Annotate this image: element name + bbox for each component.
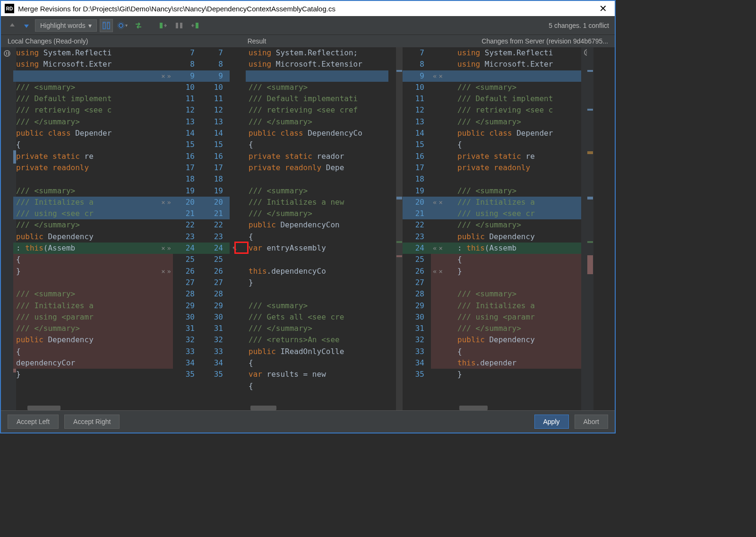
- line-number: 28: [173, 288, 201, 300]
- line-number: 22: [403, 219, 431, 231]
- gutter-row: [431, 219, 455, 231]
- gutter-row: [431, 254, 455, 265]
- code-line: /// using <see cr: [13, 208, 141, 219]
- gutter-row: [431, 288, 455, 300]
- code-line: /// <summary>: [246, 82, 388, 93]
- swap-panes-button[interactable]: [132, 19, 145, 32]
- gutter-row[interactable]: ×»: [141, 70, 173, 82]
- line-number: 23: [403, 231, 431, 243]
- pause-icon[interactable]: [4, 50, 10, 57]
- apply-nonconflict-right-button[interactable]: [189, 19, 202, 32]
- apply-right-icon: »: [167, 197, 171, 208]
- gutter-row: [431, 300, 455, 312]
- mid-gutter-row: [230, 185, 246, 197]
- discard-icon: ×: [161, 197, 165, 208]
- svg-rect-5: [176, 23, 178, 28]
- gutter-row: [431, 151, 455, 162]
- apply-nonconflict-left-button[interactable]: [156, 19, 170, 32]
- scrollbar-horizontal[interactable]: [250, 406, 276, 410]
- gutter-row: [141, 173, 173, 185]
- apply-nonconflict-both-button[interactable]: [172, 19, 186, 32]
- code-line: private readonly: [13, 162, 141, 173]
- line-number: 15: [173, 139, 201, 150]
- code-line: var entryAssembly: [246, 243, 388, 254]
- highlight-mode-dropdown[interactable]: Highlight words ▾: [35, 19, 97, 32]
- magic-resolve-icon[interactable]: ✎: [232, 244, 236, 252]
- svg-point-2: [119, 24, 123, 27]
- toolbar: Highlight words ▾ ▾ 5 changes. 1 conflic…: [1, 16, 615, 35]
- line-number: 25: [201, 254, 230, 265]
- code-line: public Dependency: [455, 231, 581, 243]
- line-number: 7: [201, 47, 230, 59]
- scrollbar-horizontal[interactable]: [459, 406, 488, 410]
- line-number: 19: [403, 185, 431, 197]
- mid-gutter-row: [230, 93, 246, 104]
- gutter-row: [141, 116, 173, 128]
- line-number: 8: [403, 59, 431, 70]
- mid-pane-header: Result: [141, 37, 430, 45]
- gutter-row: [431, 323, 455, 334]
- titlebar: RD Merge Revisions for D:\Projects\Git\D…: [1, 1, 615, 16]
- line-number: 21: [173, 208, 201, 219]
- mid-gutter-row: [230, 300, 246, 312]
- code-line: this.depender: [455, 357, 581, 369]
- gutter-row: [431, 357, 455, 369]
- line-number: 9: [173, 70, 201, 82]
- accept-right-button[interactable]: Accept Right: [64, 415, 120, 429]
- line-numbers-mid: 7891011121314151617181920212223242526272…: [201, 47, 230, 410]
- gutter-row[interactable]: ×»: [141, 266, 173, 277]
- code-line: public DependencyCon: [246, 219, 388, 231]
- gutter-row: [141, 219, 173, 231]
- gutter-row: [431, 185, 455, 197]
- gutter-row[interactable]: «×: [431, 266, 455, 277]
- line-numbers-right: 7891011121314151617181920212223242526272…: [403, 47, 431, 410]
- close-icon[interactable]: ✕: [595, 3, 611, 14]
- left-code-pane[interactable]: using System.Reflectiusing Microsoft.Ext…: [13, 47, 141, 410]
- accept-left-button[interactable]: Accept Left: [8, 415, 59, 429]
- apply-left-icon: «: [433, 266, 437, 277]
- gutter-row[interactable]: «×: [431, 70, 455, 82]
- next-diff-button[interactable]: [21, 20, 32, 31]
- mid-gutter-row: [230, 323, 246, 334]
- mid-gutter-row: [230, 381, 246, 392]
- gutter-row: [141, 128, 173, 139]
- gutter-row: [141, 369, 173, 380]
- mid-gutter-row: [230, 151, 246, 162]
- code-line: public IReadOnlyColle: [246, 346, 388, 357]
- code-line: /// <summary>: [455, 288, 581, 300]
- line-number: 30: [201, 312, 230, 323]
- gutter-row: [141, 59, 173, 70]
- gutter-row: [431, 162, 455, 173]
- scrollbar-horizontal[interactable]: [27, 406, 60, 410]
- line-numbers-left: 7891011121314151617181920212223242526272…: [173, 47, 201, 410]
- line-number: 17: [173, 162, 201, 173]
- line-number: 14: [201, 128, 230, 139]
- sync-scroll-button[interactable]: [100, 19, 113, 32]
- code-line: /// <returns>An <see: [246, 334, 388, 346]
- line-number: 11: [201, 93, 230, 104]
- line-number: 7: [403, 47, 431, 59]
- gutter-row: [141, 288, 173, 300]
- line-number: 12: [403, 104, 431, 116]
- code-line: public Dependency: [13, 334, 141, 346]
- right-code-pane[interactable]: using System.Reflectiusing Microsoft.Ext…: [455, 47, 581, 410]
- gutter-row[interactable]: «×: [431, 243, 455, 254]
- code-line: {: [455, 254, 581, 265]
- line-number: 27: [173, 277, 201, 288]
- gutter-row[interactable]: ×»: [141, 243, 173, 254]
- gutter-row[interactable]: ×»: [141, 197, 173, 208]
- line-number: 34: [201, 357, 230, 369]
- line-number: 23: [173, 231, 201, 243]
- line-number: 13: [201, 116, 230, 128]
- prev-diff-button[interactable]: [7, 20, 18, 31]
- result-code-pane[interactable]: using System.Reflection;using Microsoft.…: [246, 47, 388, 410]
- gutter-row: [141, 312, 173, 323]
- abort-button[interactable]: Abort: [575, 415, 608, 429]
- line-number: 12: [173, 104, 201, 116]
- code-line: {: [455, 139, 581, 150]
- gutter-row[interactable]: «×: [431, 197, 455, 208]
- line-number: 33: [403, 346, 431, 357]
- gutter-row: [141, 277, 173, 288]
- apply-button[interactable]: Apply: [534, 415, 569, 429]
- settings-button[interactable]: ▾: [116, 19, 129, 32]
